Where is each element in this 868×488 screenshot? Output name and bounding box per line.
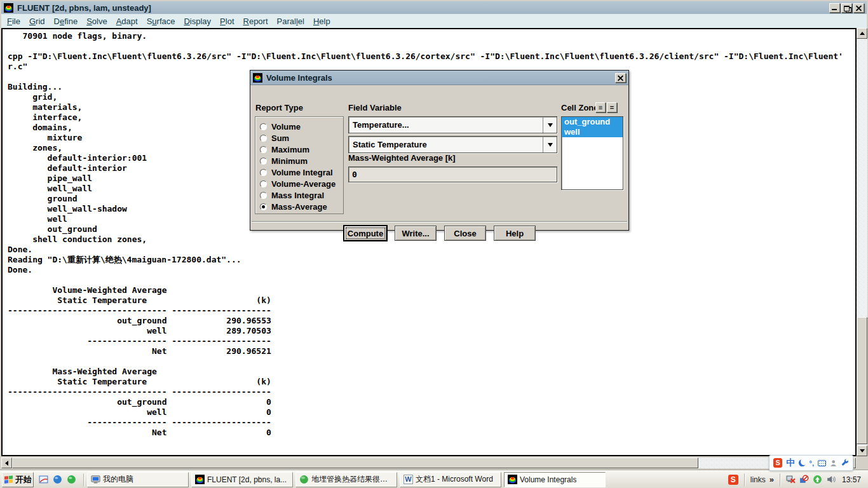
media-player-icon[interactable] [67, 475, 76, 484]
dialog-titlebar: Volume Integrals [250, 71, 628, 85]
scroll-up-button[interactable] [857, 28, 867, 39]
system-tray: S links » 13:57 [728, 473, 866, 486]
task-word-document[interactable]: W 文档1 - Microsoft Word [400, 472, 501, 487]
taskbar: 开始 我的电脑 FLUENT [2d, pbns, la... 地埋管换热器结果… [0, 470, 868, 488]
radio-icon [260, 123, 267, 130]
menu-help[interactable]: Help [310, 15, 336, 27]
fluent-app-icon [253, 73, 262, 83]
radio-icon [260, 192, 267, 199]
menu-parallel[interactable]: Parallel [274, 15, 310, 27]
fluent-app-icon [4, 3, 13, 13]
show-desktop-icon[interactable] [39, 475, 48, 484]
zone-list-match-button[interactable]: = [607, 102, 617, 112]
sogou-ime-bar: S 中 °, [769, 455, 853, 471]
dialog-close-icon[interactable] [615, 73, 626, 83]
task-volume-integrals[interactable]: Volume Integrals [504, 472, 606, 487]
update-shield-icon[interactable] [813, 475, 822, 484]
radio-volume-average[interactable]: Volume-Average [260, 179, 336, 189]
menubar: File Grid Define Solve Adapt Surface Dis… [1, 14, 867, 28]
close-button[interactable] [853, 3, 864, 13]
volume-icon[interactable] [826, 475, 836, 484]
vertical-scroll-thumb[interactable] [857, 317, 867, 444]
radio-selected-icon [260, 203, 267, 210]
radio-icon [260, 146, 267, 153]
tray-divider [780, 473, 780, 486]
settings-wrench-icon[interactable] [841, 459, 849, 467]
report-type-group: Volume Sum Maximum Minimum Volume Integr… [255, 116, 344, 214]
horizontal-scrollbar[interactable] [1, 458, 857, 468]
menu-grid[interactable]: Grid [26, 15, 51, 27]
help-button[interactable]: Help [494, 226, 536, 241]
word-icon: W [403, 475, 413, 484]
task-my-computer[interactable]: 我的电脑 [87, 472, 189, 487]
radio-minimum[interactable]: Minimum [260, 156, 308, 166]
menu-display[interactable]: Display [180, 15, 217, 27]
menu-plot[interactable]: Plot [217, 15, 240, 27]
horizontal-scroll-thumb[interactable] [12, 458, 698, 468]
scroll-left-button[interactable] [1, 458, 12, 468]
sogou-logo-icon[interactable]: S [773, 458, 782, 468]
dialog-body: Report Type Volume Sum Maximum Minimum V… [250, 85, 628, 231]
menu-surface[interactable]: Surface [144, 15, 181, 27]
links-toolbar-label: links [750, 475, 766, 484]
menu-solve[interactable]: Solve [83, 15, 113, 27]
task-fluent[interactable]: FLUENT [2d, pbns, la... [191, 472, 293, 487]
field-variable-combobox[interactable]: Static Temperature [348, 136, 557, 153]
windows-logo-icon [4, 475, 13, 484]
halfwidth-moon-icon[interactable] [799, 459, 805, 466]
sogou-tray-icon[interactable]: S [728, 475, 738, 485]
chinese-mode-icon[interactable]: 中 [786, 458, 795, 469]
dialog-separator [252, 221, 627, 222]
window-title: FLUENT [2d, pbns, lam, unsteady] [17, 3, 151, 13]
list-item-well[interactable]: well [562, 127, 623, 137]
soft-keyboard-icon[interactable] [818, 460, 826, 466]
radio-maximum[interactable]: Maximum [260, 144, 309, 154]
menu-report[interactable]: Report [240, 15, 274, 27]
radio-mass-integral[interactable]: Mass Integral [260, 190, 324, 200]
start-button[interactable]: 开始 [2, 472, 34, 487]
close-button[interactable]: Close [444, 226, 486, 241]
radio-icon [260, 169, 267, 176]
toolbar-overflow-chevron[interactable]: » [770, 475, 774, 484]
fluent-icon [508, 475, 517, 484]
field-variable-label: Field Variable [348, 103, 402, 112]
start-label: 开始 [15, 474, 32, 485]
radio-mass-average[interactable]: Mass-Average [260, 201, 327, 212]
radio-sum[interactable]: Sum [260, 133, 289, 143]
messenger-icon[interactable] [53, 475, 62, 484]
blocked-program-icon[interactable] [799, 475, 809, 484]
dialog-title: Volume Integrals [266, 73, 332, 83]
task-browser-page[interactable]: 地埋管换热器结果很奇... [295, 472, 397, 487]
menu-file[interactable]: File [4, 15, 26, 27]
radio-icon [260, 135, 267, 142]
write-button[interactable]: Write... [395, 226, 437, 241]
chevron-down-icon[interactable] [543, 117, 557, 133]
user-icon[interactable] [830, 459, 837, 467]
result-label: Mass-Weighted Average [k] [348, 153, 456, 163]
radio-volume-integral[interactable]: Volume Integral [260, 167, 333, 177]
my-computer-icon [91, 475, 100, 484]
minimize-button[interactable] [829, 3, 840, 13]
result-field[interactable]: 0 [348, 166, 557, 182]
field-category-combobox[interactable]: Temperature... [348, 116, 557, 133]
restore-button[interactable] [841, 3, 852, 13]
audio-device-error-icon[interactable] [786, 475, 796, 484]
fluent-icon [195, 475, 205, 484]
radio-icon [260, 158, 267, 165]
chevron-down-icon[interactable] [543, 137, 557, 152]
report-type-label: Report Type [255, 103, 303, 112]
cell-zones-listbox[interactable]: out_ground well [561, 116, 623, 190]
list-item-out-ground[interactable]: out_ground [562, 117, 623, 127]
compute-button[interactable]: Compute [344, 226, 387, 241]
scroll-down-button[interactable] [857, 445, 867, 456]
menu-adapt[interactable]: Adapt [113, 15, 144, 27]
screen: FLUENT [2d, pbns, lam, unsteady] File Gr… [0, 0, 868, 488]
radio-volume[interactable]: Volume [260, 121, 301, 132]
radio-icon [260, 180, 267, 187]
green-globe-icon [299, 475, 309, 484]
punctuation-icon[interactable]: °, [810, 459, 814, 467]
zone-list-sort-button[interactable]: ≡ [595, 102, 606, 112]
quick-launch [34, 475, 81, 484]
vertical-scrollbar[interactable] [857, 28, 867, 456]
menu-define[interactable]: Define [51, 15, 84, 27]
